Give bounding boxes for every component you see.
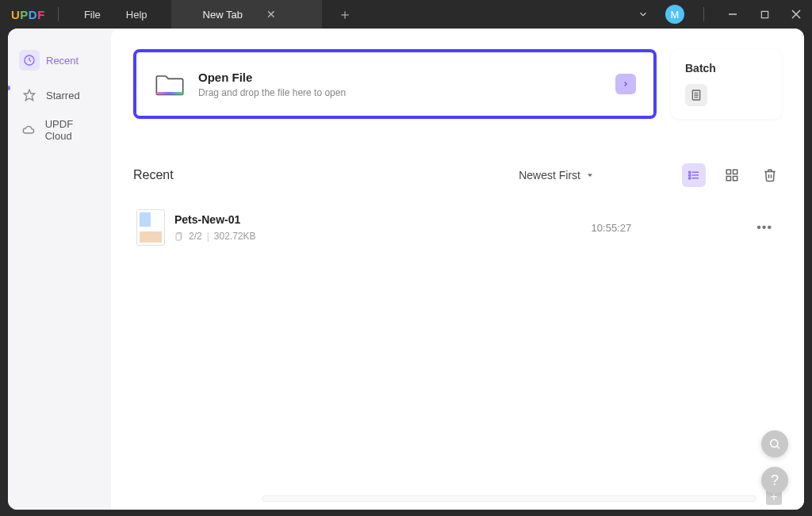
separator xyxy=(703,7,704,21)
file-size: 302.72KB xyxy=(214,231,256,242)
file-time: 10:55:27 xyxy=(592,222,632,234)
file-more-button[interactable]: ••• xyxy=(750,217,779,238)
menu-file[interactable]: File xyxy=(71,9,113,21)
horizontal-scrollbar[interactable] xyxy=(262,495,756,502)
batch-title: Batch xyxy=(685,62,768,75)
add-tab-button[interactable]: ＋ xyxy=(330,5,360,24)
sort-dropdown[interactable]: Newest First xyxy=(519,169,595,182)
sort-label: Newest First xyxy=(519,169,580,182)
search-fab[interactable] xyxy=(761,430,788,457)
help-fab[interactable]: ? xyxy=(761,467,788,494)
svg-marker-5 xyxy=(24,90,34,100)
folder-icon xyxy=(154,71,186,97)
titlebar: UPDF File Help New Tab ✕ ＋ M xyxy=(0,0,812,29)
pages-icon xyxy=(174,231,184,241)
tab-title: New Tab xyxy=(203,9,243,21)
file-pages: 2/2 xyxy=(189,231,202,242)
question-icon: ? xyxy=(771,472,779,489)
svg-rect-21 xyxy=(733,177,737,181)
search-icon xyxy=(768,438,781,450)
avatar[interactable]: M xyxy=(665,5,684,24)
file-row[interactable]: Pets-New-01 2/2 | 302.72KB 10:55:27 ••• xyxy=(133,204,782,250)
svg-rect-20 xyxy=(726,177,730,181)
minimize-button[interactable] xyxy=(717,0,749,29)
open-file-card[interactable]: Open File Drag and drop the file here to… xyxy=(133,49,657,119)
batch-icon xyxy=(685,84,707,106)
svg-point-24 xyxy=(771,440,778,447)
chevron-down-icon[interactable] xyxy=(627,0,659,29)
tab-new[interactable]: New Tab ✕ xyxy=(171,0,322,29)
svg-rect-18 xyxy=(726,170,730,174)
file-thumbnail xyxy=(136,209,165,246)
delete-button[interactable] xyxy=(758,163,782,187)
sidebar: Recent Starred UPDF Cloud xyxy=(8,29,111,510)
svg-line-25 xyxy=(777,446,779,449)
recent-section-title: Recent xyxy=(133,168,174,182)
sidebar-item-recent[interactable]: Recent xyxy=(13,46,106,75)
svg-rect-23 xyxy=(176,234,181,240)
open-arrow-button[interactable] xyxy=(615,74,636,94)
star-icon xyxy=(23,89,36,101)
svg-point-14 xyxy=(689,174,691,176)
open-file-subtitle: Drag and drop the file here to open xyxy=(198,87,615,98)
svg-rect-19 xyxy=(733,170,737,174)
list-view-button[interactable] xyxy=(682,163,706,187)
sidebar-item-starred[interactable]: Starred xyxy=(13,81,106,109)
maximize-button[interactable] xyxy=(749,0,780,29)
svg-rect-6 xyxy=(156,92,182,94)
close-icon[interactable]: ✕ xyxy=(266,8,276,21)
file-name: Pets-New-01 xyxy=(174,213,592,226)
svg-rect-1 xyxy=(761,11,768,17)
sidebar-item-label: Starred xyxy=(46,90,80,101)
chevron-down-icon xyxy=(585,170,595,180)
svg-point-12 xyxy=(689,171,691,173)
app-logo: UPDF xyxy=(11,8,45,21)
close-window-button[interactable] xyxy=(780,0,812,29)
svg-point-16 xyxy=(689,178,691,179)
clock-icon xyxy=(23,54,36,67)
sidebar-item-cloud[interactable]: UPDF Cloud xyxy=(13,116,106,144)
menu-help[interactable]: Help xyxy=(113,9,160,21)
grid-view-button[interactable] xyxy=(720,163,744,187)
sidebar-item-label: Recent xyxy=(46,55,79,67)
sidebar-item-label: UPDF Cloud xyxy=(45,118,100,142)
main-content: Open File Drag and drop the file here to… xyxy=(111,29,804,510)
svg-marker-11 xyxy=(588,174,592,178)
cloud-icon xyxy=(22,124,35,136)
batch-card[interactable]: Batch xyxy=(671,49,782,119)
open-file-title: Open File xyxy=(198,71,615,84)
separator xyxy=(58,7,59,21)
